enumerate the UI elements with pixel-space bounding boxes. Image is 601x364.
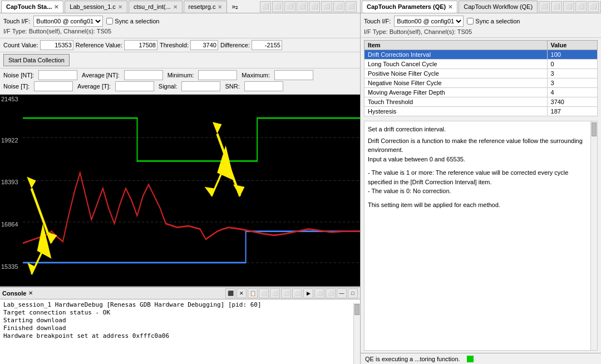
console-btn-6[interactable]: ⬜ xyxy=(281,288,291,298)
y-label-2: 18393 xyxy=(1,179,18,185)
touch-if-select[interactable]: Button00 @ config01 xyxy=(33,16,103,27)
right-view-btn-2[interactable]: ⬜ xyxy=(551,1,562,12)
count-input[interactable] xyxy=(40,40,73,50)
console-panel: Console ✕ ⬛ ✕ 📋 ⬜ ⬜ ⬜ ⬜ ▶ ⬜ ⬜ — □ Lab_se… xyxy=(0,286,360,364)
desc-line4: - The value is 1 or more: The reference … xyxy=(368,168,594,186)
right-touch-if-select[interactable]: Button00 @ config01 xyxy=(394,16,464,27)
svg-marker-11 xyxy=(46,232,57,243)
tab-captouch-sta[interactable]: CapTouch Sta... ✕ xyxy=(1,1,63,13)
right-view-btn-1[interactable]: ⬜ xyxy=(539,1,550,12)
avg-t-label: Average [T]: xyxy=(77,83,111,90)
table-row[interactable]: Long Touch Cancel Cycle0 xyxy=(364,60,598,69)
console-btn-8[interactable]: ▶ xyxy=(303,288,313,298)
table-row[interactable]: Hysteresis187 xyxy=(364,107,598,116)
table-row[interactable]: Moving Average Filter Depth4 xyxy=(364,88,598,97)
table-cell-value: 3 xyxy=(547,78,597,88)
col-item-header: Item xyxy=(364,41,548,50)
chart-svg xyxy=(0,95,360,286)
tab-bar-left: CapTouch Sta... ✕ Lab_session_1.c ✕ ctsu… xyxy=(0,0,360,13)
noise-nt-input[interactable] xyxy=(38,70,77,80)
right-view-btn-5[interactable]: ⬜ xyxy=(588,1,599,12)
ref-input[interactable] xyxy=(124,40,157,50)
y-label-top: 21453 xyxy=(1,96,18,102)
console-maximize[interactable]: □ xyxy=(348,288,358,298)
console-scroll-thumb[interactable] xyxy=(354,304,359,315)
sync-checkbox[interactable] xyxy=(106,18,113,24)
diff-label: Difference: xyxy=(220,42,250,48)
tab-captouch-params[interactable]: CapTouch Parameters (QE) ✕ xyxy=(362,1,457,13)
tab-ctsu-rd[interactable]: ctsu_rd_int(... ✕ xyxy=(129,1,183,13)
status-bar: QE is executing a ...toring function. xyxy=(361,353,601,364)
view-btn-6[interactable]: ⬜ xyxy=(321,1,332,12)
noise-t-input[interactable] xyxy=(34,81,73,91)
table-cell-value: 187 xyxy=(547,107,597,116)
desc-scrollbar[interactable] xyxy=(590,121,597,350)
console-clear-btn[interactable]: ✕ xyxy=(237,288,247,298)
table-row[interactable]: Drift Correction Interval100 xyxy=(364,50,598,60)
view-btn-4[interactable]: ⬜ xyxy=(297,1,308,12)
right-view-btn-3[interactable]: ⬜ xyxy=(563,1,574,12)
console-btn-9[interactable]: ⬜ xyxy=(314,288,324,298)
if-type-label-left: I/F Type: Button(self), Channel(s): TS05 xyxy=(3,28,111,35)
right-if-type-label: I/F Type: Button(self), Channel(s): TS05 xyxy=(364,28,598,35)
avg-t-input[interactable] xyxy=(115,81,154,91)
table-cell-item: Touch Threshold xyxy=(364,97,548,107)
table-row[interactable]: Touch Threshold3740 xyxy=(364,97,598,107)
max-input[interactable] xyxy=(274,70,313,80)
desc-line6: This setting item will be applied for ea… xyxy=(368,200,594,210)
console-btn-4[interactable]: ⬜ xyxy=(259,288,269,298)
diff-input[interactable] xyxy=(252,40,282,50)
right-sync-checkbox[interactable] xyxy=(467,18,474,24)
right-view-btn-4[interactable]: ⬜ xyxy=(575,1,587,12)
tab-captouch-workflow[interactable]: CapTouch Workflow (QE) xyxy=(459,1,538,13)
tab-close-resetprg[interactable]: ✕ xyxy=(218,4,222,10)
console-copy-btn[interactable]: 📋 xyxy=(248,288,258,298)
tab-lab-session[interactable]: Lab_session_1.c ✕ xyxy=(65,1,127,13)
table-cell-item: Drift Correction Interval xyxy=(364,50,548,60)
console-line-0: Target connection status - OK xyxy=(3,309,357,316)
count-value-field: Count Value: xyxy=(3,40,73,50)
tab-overflow[interactable]: »₂ xyxy=(228,2,242,12)
console-session-label: Lab_session_1 HardwareDebug [Renesas GDB… xyxy=(3,301,357,308)
console-stop-btn[interactable]: ⬛ xyxy=(225,288,235,298)
tab-close-params[interactable]: ✕ xyxy=(448,4,452,10)
console-btn-7[interactable]: ⬜ xyxy=(292,288,302,298)
tab-resetprg[interactable]: resetprg.c ✕ xyxy=(184,1,228,13)
min-input[interactable] xyxy=(198,70,237,80)
snr-input[interactable] xyxy=(244,81,283,91)
noise-nt-label: Noise [NT]: xyxy=(3,72,34,78)
view-btn-2[interactable]: ⬜ xyxy=(272,1,283,12)
view-btn-8[interactable]: ⬜ xyxy=(346,1,357,12)
threshold-input[interactable] xyxy=(190,40,218,50)
desc-line5: - The value is 0: No correction. xyxy=(368,186,594,196)
desc-scroll-thumb[interactable] xyxy=(592,122,597,136)
console-close-icon[interactable]: ✕ xyxy=(28,290,33,296)
avg-nt-input[interactable] xyxy=(124,70,163,80)
start-data-collection-button[interactable]: Start Data Collection xyxy=(3,54,70,66)
right-panel: CapTouch Parameters (QE) ✕ CapTouch Work… xyxy=(361,0,601,364)
console-header: Console ✕ ⬛ ✕ 📋 ⬜ ⬜ ⬜ ⬜ ▶ ⬜ ⬜ — □ xyxy=(0,287,360,299)
params-table: Item Value Drift Correction Interval100L… xyxy=(364,40,598,116)
top-controls: Touch I/F: Button00 @ config01 Sync a se… xyxy=(0,13,360,38)
signal-input[interactable] xyxy=(181,81,220,91)
left-panel: CapTouch Sta... ✕ Lab_session_1.c ✕ ctsu… xyxy=(0,0,361,364)
console-btn-10[interactable]: ⬜ xyxy=(326,288,336,298)
right-sync-text: Sync a selection xyxy=(475,18,520,24)
console-minimize[interactable]: — xyxy=(337,288,347,298)
view-btn-7[interactable]: ⬜ xyxy=(333,1,344,12)
view-btn-1[interactable]: ⬜ xyxy=(260,1,271,12)
view-btn-5[interactable]: ⬜ xyxy=(309,1,320,12)
table-row[interactable]: Positive Noise Filter Cycle3 xyxy=(364,69,598,78)
console-btn-5[interactable]: ⬜ xyxy=(270,288,280,298)
noise-t-label: Noise [T]: xyxy=(3,83,29,90)
tab-close-captouch-sta[interactable]: ✕ xyxy=(54,4,58,10)
view-btn-3[interactable]: ⬜ xyxy=(284,1,295,12)
sync-label: Sync a selection xyxy=(115,18,159,24)
ref-value-field: Reference Value: xyxy=(76,40,157,50)
tab-close-ctsu-rd[interactable]: ✕ xyxy=(173,4,178,10)
console-line-3: Hardware breakpoint set at address 0xfff… xyxy=(3,332,357,340)
console-scrollbar[interactable] xyxy=(353,303,360,364)
tab-close-lab-session[interactable]: ✕ xyxy=(118,4,122,10)
table-row[interactable]: Negative Noise Filter Cycle3 xyxy=(364,78,598,88)
table-cell-item: Negative Noise Filter Cycle xyxy=(364,78,548,88)
